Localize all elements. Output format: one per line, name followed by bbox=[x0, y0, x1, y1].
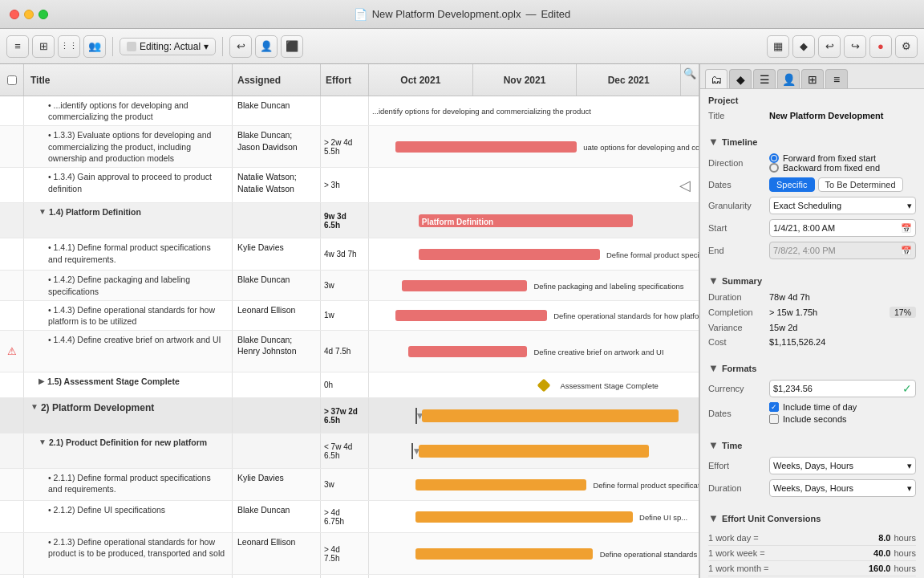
timeline-toggle[interactable]: ▼ bbox=[708, 136, 719, 148]
tab-menu[interactable]: ≡ bbox=[825, 69, 848, 88]
collapse-arrow[interactable]: ▼ bbox=[38, 437, 47, 448]
red-circle-button[interactable]: ● bbox=[869, 35, 892, 58]
effort-conversions-header[interactable]: ▼ Effort Unit Conversions bbox=[700, 506, 924, 527]
row-title[interactable]: • 2.1.3) Define operational standards fo… bbox=[24, 533, 233, 574]
row-assigned: Blake Duncan; Henry Johnston bbox=[233, 331, 321, 372]
row-check[interactable]: ⚠ bbox=[0, 331, 24, 372]
timeline-section-header[interactable]: ▼ Timeline bbox=[700, 129, 924, 151]
time-section-header[interactable]: ▼ Time bbox=[700, 433, 924, 454]
row-title[interactable]: • 1.4.2) Define packaging and labeling s… bbox=[24, 271, 233, 299]
specific-button[interactable]: Specific bbox=[769, 177, 815, 192]
time-toggle[interactable]: ▼ bbox=[708, 439, 719, 451]
undo-button[interactable]: ↩ bbox=[229, 35, 252, 58]
collapse-arrow-icon: ◁ bbox=[679, 177, 691, 194]
tab-list[interactable]: ☰ bbox=[753, 69, 776, 88]
row-check[interactable] bbox=[0, 96, 24, 125]
minimize-button[interactable] bbox=[24, 10, 34, 19]
table-row: • 2.1.4) Define creative brief on artwor… bbox=[0, 575, 699, 578]
row-title[interactable]: • 1.4.1) Define formal product specifica… bbox=[24, 238, 233, 270]
grid-button[interactable]: ▦ bbox=[767, 35, 789, 58]
row-title[interactable]: • 1.3.4) Gain approval to proceed to pro… bbox=[24, 168, 233, 202]
row-check[interactable] bbox=[0, 203, 24, 238]
row-check[interactable] bbox=[0, 434, 24, 468]
editing-mode-button[interactable]: Editing: Actual ▾ bbox=[120, 38, 216, 55]
row-check[interactable] bbox=[0, 372, 24, 397]
row-title[interactable]: • 1.4.3) Define operational standards fo… bbox=[24, 301, 233, 330]
row-check[interactable] bbox=[0, 398, 24, 433]
forward-radio[interactable]: Forward from fixed start bbox=[769, 153, 916, 163]
formats-section-header[interactable]: ▼ Formats bbox=[700, 356, 924, 377]
fullscreen-button[interactable] bbox=[38, 10, 48, 19]
assigned-header[interactable]: Assigned bbox=[233, 64, 321, 96]
row-check[interactable] bbox=[0, 469, 24, 500]
calendar-icon: 📅 bbox=[901, 223, 912, 234]
row-title[interactable]: • ...identify options for developing and… bbox=[24, 96, 233, 125]
to-be-determined-button[interactable]: To Be Determined bbox=[818, 177, 903, 192]
square-button[interactable]: ⬛ bbox=[281, 35, 303, 58]
user-button[interactable]: 👤 bbox=[255, 35, 278, 58]
view-toggle-button[interactable]: ⊞ bbox=[32, 35, 55, 58]
row-title[interactable]: • 1.3.3) Evaluate options for developing… bbox=[24, 126, 233, 167]
effort-header[interactable]: Effort bbox=[321, 64, 369, 96]
granularity-select[interactable]: Exact Scheduling ▾ bbox=[769, 197, 916, 214]
duration-select[interactable]: Weeks, Days, Hours ▾ bbox=[769, 479, 916, 497]
nov-header[interactable]: Nov 2021 bbox=[473, 64, 578, 96]
redo-button[interactable]: ↩ bbox=[818, 35, 841, 58]
gantt-label: Define formal product specifications and… bbox=[606, 250, 699, 258]
effort-select[interactable]: Weeks, Days, Hours ▾ bbox=[769, 457, 916, 474]
collapse-arrow[interactable]: ▼ bbox=[38, 206, 47, 218]
row-check[interactable] bbox=[0, 238, 24, 270]
row-title[interactable]: ▼ 1.4) Platform Definition bbox=[24, 203, 233, 238]
row-check[interactable] bbox=[0, 168, 24, 202]
table-row: • 1.4.2) Define packaging and labeling s… bbox=[0, 271, 699, 300]
row-title[interactable]: • 2.1.2) Define UI specifications bbox=[24, 501, 233, 532]
row-title[interactable]: • 2.1.1) Define formal product specifica… bbox=[24, 469, 233, 500]
row-title[interactable]: ▶ 1.5) Assessment Stage Complete bbox=[24, 372, 233, 397]
row-check[interactable] bbox=[0, 271, 24, 299]
start-date-field[interactable]: 1/4/21, 8:00 AM 📅 bbox=[769, 219, 916, 237]
row-title[interactable]: • 1.4.4) Define creative brief on artwor… bbox=[24, 331, 233, 372]
currency-field[interactable]: $1,234.56 ✓ bbox=[769, 380, 916, 397]
search-button[interactable]: 🔍 bbox=[681, 64, 699, 82]
oct-header[interactable]: Oct 2021 bbox=[369, 64, 473, 96]
dec-header[interactable]: Dec 2021 bbox=[577, 64, 681, 96]
granularity-row: Granularity Exact Scheduling ▾ bbox=[700, 194, 924, 217]
settings-button[interactable]: ⚙ bbox=[895, 35, 918, 58]
gantt-bar bbox=[402, 280, 527, 291]
effort-conversions-toggle[interactable]: ▼ bbox=[708, 512, 719, 524]
tab-project[interactable]: 🗂 bbox=[705, 69, 727, 88]
row-check[interactable] bbox=[0, 501, 24, 532]
row-check[interactable] bbox=[0, 126, 24, 167]
row-check[interactable] bbox=[0, 575, 24, 578]
summary-toggle[interactable]: ▼ bbox=[708, 275, 719, 287]
sidebar-toggle-button[interactable]: ≡ bbox=[6, 35, 29, 58]
collapse-arrow[interactable]: ▼ bbox=[30, 401, 38, 413]
row-check[interactable] bbox=[0, 533, 24, 574]
select-all-checkbox[interactable] bbox=[7, 75, 17, 85]
row-assigned: Blake Duncan; Henry... bbox=[233, 575, 321, 578]
include-time-checkbox[interactable]: Include time of day bbox=[769, 402, 916, 412]
forward-button[interactable]: ↪ bbox=[844, 35, 866, 58]
tab-user[interactable]: 👤 bbox=[777, 69, 800, 88]
columns-button[interactable]: ⋮⋮ bbox=[58, 35, 80, 58]
backward-radio[interactable]: Backward from fixed end bbox=[769, 163, 916, 173]
effort-conv-row-1: 1 work week = 40.0 hours bbox=[708, 546, 916, 561]
milestone-diamond bbox=[537, 378, 550, 392]
title-header[interactable]: Title bbox=[24, 64, 233, 96]
end-date-field[interactable]: 7/8/22, 4:00 PM 📅 bbox=[769, 242, 916, 259]
close-button[interactable] bbox=[10, 10, 19, 19]
diamond-button[interactable]: ◆ bbox=[792, 35, 815, 58]
row-title[interactable]: ▼ 2.1) Product Definition for new platfo… bbox=[24, 434, 233, 468]
row-title[interactable]: • 2.1.4) Define creative brief on artwor… bbox=[24, 575, 233, 578]
summary-section-header[interactable]: ▼ Summary bbox=[700, 268, 924, 290]
tab-grid[interactable]: ⊞ bbox=[801, 69, 824, 88]
include-seconds-checkbox[interactable]: Include seconds bbox=[769, 414, 916, 424]
tab-diamond[interactable]: ◆ bbox=[729, 69, 752, 88]
right-panel-tabs: 🗂 ◆ ☰ 👤 ⊞ ≡ bbox=[700, 64, 924, 89]
traffic-lights bbox=[10, 10, 48, 19]
row-title[interactable]: ▼ 2) Platform Development bbox=[24, 398, 233, 433]
people-button[interactable]: 👥 bbox=[83, 35, 106, 58]
row-check[interactable] bbox=[0, 301, 24, 330]
formats-toggle[interactable]: ▼ bbox=[708, 362, 719, 374]
section-arrow[interactable]: ▶ bbox=[38, 376, 45, 387]
